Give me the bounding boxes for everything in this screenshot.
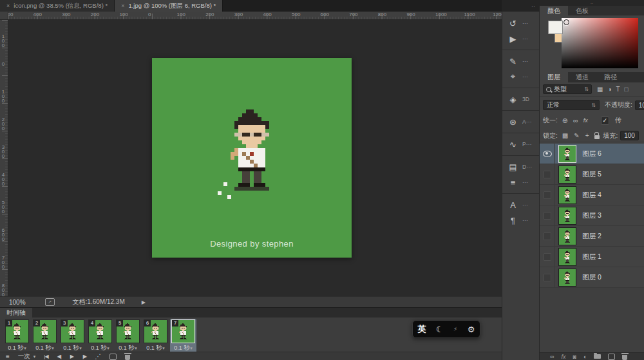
layer-row[interactable]: 图层 6 [540,144,644,164]
layer-thumbnail[interactable] [559,249,576,265]
status-options-arrow-icon[interactable]: ▶ [142,299,146,305]
filter-shape-layers-icon[interactable]: □ [625,86,629,93]
visibility-toggle[interactable] [540,185,555,205]
layer-thumbnail[interactable] [559,269,576,286]
layer-row[interactable]: 图层 3 [540,205,644,226]
layer-name[interactable]: 图层 3 [582,211,601,220]
lock-position-icon[interactable]: + [585,132,589,139]
timeline-frame[interactable]: 70.1 秒▾ [170,319,196,353]
new-frame-icon[interactable] [109,354,117,360]
export-icon[interactable]: ↗ [45,298,55,306]
tab-paths[interactable]: 路径 [596,72,625,82]
moon-icon[interactable]: ☾ [436,325,444,334]
layer-thumbnail[interactable] [559,187,576,204]
layer-name[interactable]: 图层 1 [582,252,601,261]
fill-value[interactable]: 100 [620,131,639,140]
notes-panel-button[interactable]: ≡⋯ [502,175,539,190]
layer-name[interactable]: 图层 6 [582,149,601,158]
history-panel-button[interactable]: ↺⋯ [502,15,539,31]
layer-row[interactable]: 图层 4 [540,185,644,205]
document-canvas[interactable]: Designed by stephen [152,58,352,258]
play-button[interactable]: ▶ [70,354,73,359]
lightning-icon[interactable]: ⚡ [453,326,457,332]
timeline-frame[interactable]: 50.1 秒▾ [115,319,141,353]
tab-channels[interactable]: 通道 [568,72,596,82]
layer-group-icon[interactable] [594,354,601,359]
layer-name[interactable]: 图层 0 [582,273,601,282]
layer-thumbnail[interactable] [559,207,576,224]
3d-panel-button[interactable]: ◈3D [502,91,539,107]
timeline-frame[interactable]: 10.1 秒▾ [4,319,30,353]
frame-thumbnail[interactable]: 2 [33,320,56,343]
frame-thumbnail[interactable]: 3 [61,320,84,343]
timeline-frame[interactable]: 40.1 秒▾ [87,319,113,353]
convert-timeline-icon[interactable]: ≡ [6,353,10,360]
panel-collapse-icon[interactable]: ‥ [540,0,644,6]
timeline-frame[interactable]: 60.1 秒▾ [142,319,169,353]
layer-row[interactable]: 图层 1 [540,247,644,267]
gear-icon[interactable]: ⚙ [468,325,475,334]
visibility-toggle[interactable] [540,164,555,184]
foreground-color-swatch[interactable] [548,21,563,34]
layer-row[interactable]: 图层 2 [540,226,644,247]
input-language-indicator[interactable]: 英 [418,323,426,335]
visibility-toggle[interactable] [540,267,555,287]
tab-1-jpg[interactable]: × 1.jpg @ 100% (图层 6, RGB/8) * [115,0,223,12]
adjustment-layer-icon[interactable]: ◐ [583,354,587,360]
layer-row[interactable]: 图层 5 [540,164,644,185]
tween-icon[interactable]: ⋰ [95,353,101,360]
lock-all-icon[interactable] [594,135,600,139]
layer-thumbnail[interactable] [559,146,576,162]
blend-mode-select[interactable]: 正常 ⇅ [543,100,600,110]
close-icon[interactable]: × [121,3,124,9]
frame-thumbnail[interactable]: 5 [117,320,139,343]
filter-type-layers-icon[interactable]: T [616,86,620,93]
layer-mask-icon[interactable]: ◙ [573,354,576,360]
layer-style-icon[interactable]: fx [561,354,565,360]
timeline-frame[interactable]: 20.1 秒▾ [32,319,58,353]
previous-frame-button[interactable]: ◀| [57,354,61,359]
layer-thumbnail[interactable] [559,228,576,245]
color-cursor[interactable] [564,19,569,25]
tab-color[interactable]: 颜色 [540,6,568,15]
unify-position-icon[interactable]: ⊕ [562,117,568,125]
delete-frame-icon[interactable] [125,355,130,360]
tab-swatches[interactable]: 色板 [568,6,596,15]
tab-icon-png[interactable]: × icon.png @ 38.5% (信息, RGB/8) * [0,0,115,12]
tab-layers[interactable]: 图层 [540,72,568,82]
loop-count-select[interactable]: 一次 ▾ [18,352,36,360]
filter-pixel-layers-icon[interactable]: ▦ [597,86,603,93]
tool-presets-panel-button[interactable]: ✎⋯ [502,53,539,69]
first-frame-button[interactable]: |◀ [44,354,48,359]
character-panel-button[interactable]: A⋯ [502,197,539,213]
tab-timeline[interactable]: 时间轴 [0,308,32,317]
delete-layer-icon[interactable] [622,355,627,360]
layer-name[interactable]: 图层 4 [582,191,601,200]
visibility-toggle[interactable] [540,205,555,225]
new-layer-icon[interactable] [608,354,615,360]
layer-thumbnail[interactable] [559,166,576,183]
filter-adjustment-layers-icon[interactable]: ◑ [607,86,611,93]
next-frame-button[interactable]: |▶ [82,354,86,359]
frame-thumbnail[interactable]: 4 [89,320,111,343]
paragraph-panel-button[interactable]: ¶⋯ [502,213,539,228]
link-layers-icon[interactable]: ∞ [550,354,554,360]
zoom-level-field[interactable]: 100% [9,299,26,306]
clone-source-panel-button[interactable]: ⌖⋯ [502,69,539,84]
layer-comps-panel-button[interactable]: ▤D⋯ [502,159,539,175]
lock-image-pixels-icon[interactable]: ✎ [574,132,579,139]
close-icon[interactable]: × [6,3,10,9]
actions-panel-button[interactable]: ▶⋯ [502,31,539,46]
color-picker-field[interactable] [562,18,638,68]
frame-thumbnail[interactable]: 1 [6,320,28,343]
visibility-toggle[interactable] [540,247,555,267]
lock-transparent-pixels-icon[interactable]: ▩ [562,132,568,139]
opacity-value[interactable]: 100 [635,100,644,110]
properties-panel-button[interactable]: ∿P⋯ [502,137,539,152]
layer-name[interactable]: 图层 2 [582,232,601,241]
visibility-toggle[interactable] [540,226,555,246]
layer-row[interactable]: 图层 0 [540,267,644,288]
propagate-checkbox[interactable]: ✓ [601,117,609,125]
frame-thumbnail[interactable]: 6 [144,320,167,343]
visibility-toggle[interactable] [540,144,555,164]
